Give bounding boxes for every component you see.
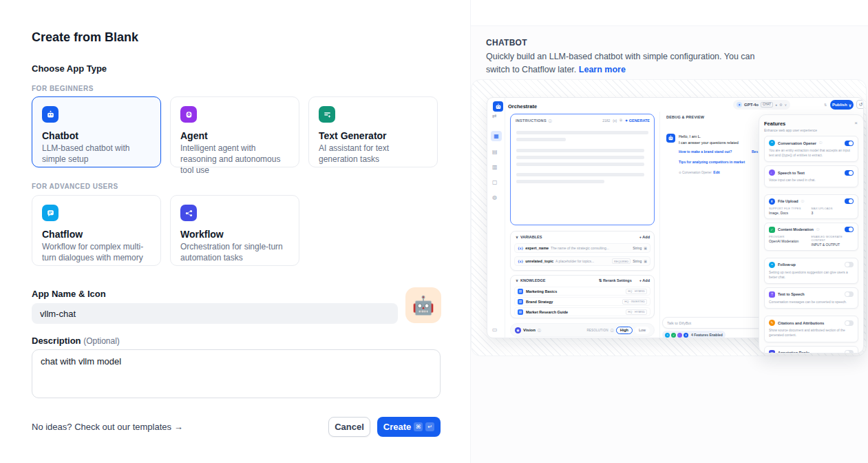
bot-avatar [666,134,675,143]
for-advanced-users-label: FOR ADVANCED USERS [32,183,118,190]
feature-item: T Text to Speech Conversation messages c… [764,287,858,309]
beginner-type-row: Chatbot LLM-based chatbot with simple se… [32,96,438,167]
robot-emoji-icon: 🤖 [412,295,434,316]
create-app-dialog: Create from Blank Choose App Type FOR BE… [0,0,868,463]
create-button[interactable]: Create ⌘ ↵ [377,417,441,437]
settings-icon: ⚙ [779,103,782,107]
feature-toggle [845,320,854,326]
feature-toggle [845,291,854,297]
enter-key-icon: ↵ [425,422,434,431]
feature-toggle [845,198,854,204]
conversation-opener-icon: ❝ [769,140,775,146]
suggested-question: How to make a brand stand out? [679,150,732,154]
suggested-question: Tips for analyzing competitors in market [679,160,745,164]
opener-feature-icon: ❝ [665,333,670,338]
info-icon: ⓘ [816,228,820,232]
string-type-icon: ▣ [644,246,647,250]
doc-nav-icon: ▥ [492,164,498,170]
feature-toggle [845,350,854,353]
publish-button: Publish ∨ [830,100,854,110]
orchestrate-nav-icon: ▦ [491,131,502,141]
feature-toggle [845,170,854,176]
vision-row: ◉ Vision ⓘ RESOLUTION ⓘ High Low [510,323,655,337]
switch-icon: ⇄ [492,113,497,119]
chatflow-icon [42,205,59,221]
annotation-reply-icon: ▣ [769,350,775,354]
rerank-settings-button: ⇅ Rerank Settings [599,278,632,282]
vision-icon: ◉ [515,327,521,333]
app-name-input[interactable] [32,303,398,324]
features-enabled-bar: ❝ ✓ ♩ ⬆ 4 Features Enabled [662,331,726,338]
image-nav-icon: ▤ [492,149,498,155]
info-icon: ⓘ [611,328,614,332]
mic-icon: ● [775,103,777,107]
cancel-button[interactable]: Cancel [328,417,370,437]
knowledge-row: ▤ Brand Strategy HQ · INVERTED [514,297,650,306]
feature-toggle [845,141,854,146]
app-type-card-agent[interactable]: Agent Intelligent agent with reasoning a… [170,96,299,167]
model-name: GPT-4o [744,103,759,107]
description-label: Description (Optional) [32,336,120,346]
optional-label: (Optional) [83,336,120,346]
knowledge-panel: ∨ KNOWLEDGE ⇅ Rerank Settings + Add ▤ Ma… [510,275,655,318]
workflow-icon [180,205,197,221]
text-to-speech-icon: T [769,291,775,298]
cmd-key-icon: ⌘ [414,422,423,431]
generate-button: ✦ GENERATE [625,119,650,123]
retrieval-badge: HQ · HYBRID [626,309,647,315]
chevron-down-icon: ∨ [784,103,787,107]
skeleton-line [516,131,648,134]
feature-item: ❝ Conversation Opener ⓘ You are an entit… [764,136,858,162]
globe-nav-icon: ◍ [492,194,497,200]
app-type-card-chatflow[interactable]: Chatflow Workflow for complex multi-turn… [32,195,161,266]
info-icon: ⓘ [538,328,541,332]
top-strip [471,0,868,26]
app-name-label: App Name & Icon [32,289,106,299]
suggested-question: Bes [752,150,758,154]
string-type-icon: ▣ [644,259,647,263]
opener-meta: ⊙ Conversation Opener Edit [679,170,720,174]
chevron-down-icon: ∨ [516,235,518,239]
instructions-label: INSTRUCTIONS [516,119,547,123]
app-type-desc: Orchestration for single-turn automation… [180,242,289,264]
feature-item: ✎ Citations and Attributions Show source… [764,316,858,342]
description-textarea[interactable]: chat with vllm model [32,349,441,398]
chevron-down-icon: ∨ [849,103,851,107]
add-knowledge-button: + Add [639,278,650,282]
variable-icon: {x} [613,119,617,123]
retrieval-badge: HQ · HYBRID [626,289,647,294]
app-type-title: Workflow [180,229,289,240]
app-type-title: Text Generator [319,130,427,141]
skeleton-line [516,138,566,141]
feature-toggle [845,262,854,267]
page-title: Create from Blank [32,30,138,45]
chat-input: Talk to DifyBot [662,317,774,329]
panel-toggle-icon: ▭ [492,327,498,333]
upload-feature-icon: ⬆ [684,333,688,338]
mini-app-title: Orchestrate [508,103,537,110]
skeleton-line [516,163,644,166]
feature-toggle [845,227,854,232]
templates-link[interactable]: No ideas? Check out our templates → [32,422,183,432]
skeleton-line [516,149,644,152]
notes-nav-icon: ▢ [492,179,498,185]
info-icon: ⓘ [819,141,823,145]
history-icon: ↺ [856,100,864,109]
learn-more-link[interactable]: Learn more [579,65,626,74]
app-type-card-chatbot[interactable]: Chatbot LLM-based chatbot with simple se… [32,96,161,167]
edit-opener-link: Edit [713,170,719,174]
speech-feature-icon: ♩ [677,333,682,338]
model-mode-badge: CHAT [761,102,773,107]
feature-item: ⬆ File Upload ⓘ SUPPORT FILE TYPESImage,… [764,194,858,219]
create-from-blank-panel: Create from Blank Choose App Type FOR BE… [0,0,470,463]
copy-icon: ⧉ [620,118,622,123]
app-type-card-workflow[interactable]: Workflow Orchestration for single-turn a… [170,195,299,266]
app-type-card-text-generator[interactable]: Text Generator AI assistant for text gen… [308,96,438,167]
preview-panel: CHATBOT Quickly build an LLM-based chatb… [470,0,868,463]
text-generator-icon [319,106,335,123]
app-icon-picker-button[interactable]: 🤖 [405,287,441,323]
variable-row: {x} expert_name The name of the strategi… [514,243,650,253]
for-beginners-label: FOR BEGINNERS [32,85,94,92]
feature-item: ❞ Follow-up Setting up next questions su… [764,258,858,284]
feature-item: ✓ Content Moderation ⓘ PROVIDEROpenAI Mo… [764,223,858,251]
